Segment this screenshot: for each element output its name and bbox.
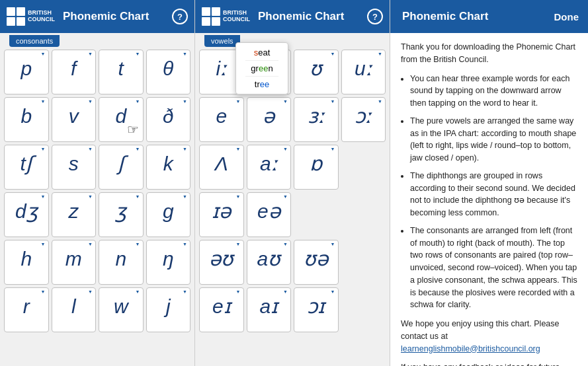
dropdown-arrow: ▼	[378, 52, 382, 56]
tooltip-word-tree[interactable]: tree	[245, 78, 278, 91]
dropdown-arrow: ▼	[136, 147, 140, 151]
logo-text-left: BRITISHCOUNCIL	[28, 10, 55, 23]
left-grid-content: consonants ▼p▼f▼t▼θ▼b▼v▼d☞▼ð▼tʃ▼s▼ʃ▼k▼dʒ…	[0, 33, 194, 366]
done-button[interactable]: Done	[554, 11, 579, 22]
consonant-cell-w-5-2[interactable]: ▼w	[99, 287, 144, 332]
diphthong-cell-au[interactable]: ▼ aʊ	[247, 240, 292, 285]
consonant-cell-f-0-1[interactable]: ▼f	[52, 50, 97, 94]
consonants-tab[interactable]: consonants	[9, 35, 60, 47]
diphthong-row2: ▼ əʊ ▼ aʊ ▼ ʊə	[199, 240, 386, 285]
consonant-cell-n-4-2[interactable]: ▼n	[99, 240, 144, 285]
diphthong-cell-ua[interactable]: ▼ ʊə	[294, 240, 339, 285]
tooltip-word-seat[interactable]: seat	[245, 46, 278, 59]
consonant-cell-z-3-1[interactable]: ▼z	[52, 192, 97, 237]
feedback-para: If you have any feedback or ideas for fu…	[401, 361, 577, 366]
dropdown-arrow: ▼	[283, 99, 288, 104]
consonant-cell-x-2-2[interactable]: ▼ʃ	[99, 145, 144, 190]
consonant-cell-dx-3-0[interactable]: ▼dʒ	[4, 192, 49, 237]
diphthong-cell-oi[interactable]: ▼ ɔɪ	[294, 287, 339, 332]
consonant-cell-k-2-3[interactable]: ▼k	[146, 145, 191, 190]
consonant-cell-d-1-2[interactable]: ▼d☞	[99, 97, 144, 142]
dropdown-arrow: ▼	[378, 99, 382, 104]
dropdown-arrow: ▼	[136, 52, 140, 56]
tooltip-word-green[interactable]: green	[245, 62, 278, 75]
logo-squares-left	[7, 7, 25, 26]
consonant-cell-v-1-1[interactable]: ▼v	[52, 97, 97, 142]
example-words-tooltip: seat green tree	[235, 42, 288, 94]
consonant-cell-p-0-0[interactable]: ▼p	[4, 50, 49, 94]
vowel-cell-rrr[interactable]: ▼ ɜː	[294, 97, 339, 142]
contact-para: We hope you enjoy using this chart. Plea…	[401, 318, 577, 355]
vowel-cell-aa[interactable]: ▼ aː	[247, 145, 292, 190]
consonant-cell-x-1-3[interactable]: ▼ð	[146, 97, 191, 142]
consonant-cell-m-4-1[interactable]: ▼m	[52, 240, 97, 285]
vowel-cell-uu[interactable]: ▼ uː	[341, 50, 386, 94]
vowel-cell-lambda[interactable]: ▼ Λ	[199, 145, 244, 190]
dropdown-arrow: ▼	[41, 147, 46, 151]
diphthong-cell-ea[interactable]: ▼ eə	[247, 192, 292, 237]
vowel-cell-o[interactable]: ▼ ɒ	[294, 145, 339, 190]
consonant-cell-g-3-3[interactable]: ▼g	[146, 192, 191, 237]
dropdown-arrow: ▼	[183, 194, 187, 199]
dropdown-arrow: ▼	[88, 99, 93, 104]
dropdown-arrow: ▼	[136, 194, 140, 199]
dropdown-arrow: ▼	[236, 289, 241, 294]
middle-panel-title: Phonemic Chart	[258, 10, 362, 23]
consonant-cell-r-5-0[interactable]: ▼r	[4, 287, 49, 332]
dropdown-arrow: ▼	[236, 147, 241, 151]
vowels-tab[interactable]: vowels	[204, 35, 240, 47]
consonant-cell-tx-2-0[interactable]: ▼tʃ	[4, 145, 49, 190]
middle-grid-content: vowels ▼ iː ▼ ɪ ▼ ʊ ▼ uː ▼ e	[195, 33, 390, 366]
dropdown-arrow: ▼	[283, 194, 288, 199]
dropdown-arrow: ▼	[183, 52, 187, 56]
middle-help-button[interactable]: ?	[367, 9, 383, 24]
dropdown-arrow: ▼	[88, 147, 93, 151]
dropdown-arrow: ▼	[283, 147, 288, 151]
diphthong-cell-ia[interactable]: ▼ ɪə	[199, 192, 244, 237]
dropdown-arrow: ▼	[236, 99, 241, 104]
dropdown-arrow: ▼	[331, 289, 335, 294]
left-logo: BRITISHCOUNCIL	[7, 7, 55, 26]
left-help-button[interactable]: ?	[172, 9, 188, 24]
consonant-cell-x-4-3[interactable]: ▼ŋ	[146, 240, 191, 285]
left-panel-title: Phonemic Chart	[63, 10, 167, 23]
dropdown-arrow: ▼	[283, 289, 288, 294]
consonant-cell-x-0-3[interactable]: ▼θ	[146, 50, 191, 94]
intro-text: Thank you for downloading the Phonemic C…	[401, 41, 577, 66]
dropdown-arrow: ▼	[283, 242, 288, 246]
email-link[interactable]: learnenglishmobile@britishcouncil.org	[401, 344, 540, 353]
dropdown-arrow: ▼	[136, 289, 140, 294]
vowel-cell-upsilon[interactable]: ▼ ʊ	[294, 50, 339, 94]
vowels-row2: ▼ e ▼ ə ▼ ɜː ▼ ɔː	[199, 97, 386, 142]
right-header: Phonemic Chart Done	[390, 0, 588, 33]
vowel-cell-e[interactable]: ▼ e	[199, 97, 244, 142]
diphthong-empty1	[294, 192, 339, 237]
right-panel-title: Phonemic Chart	[402, 10, 554, 23]
consonant-cell-t-0-2[interactable]: ▼t	[99, 50, 144, 94]
consonant-cell-j-5-3[interactable]: ▼j	[146, 287, 191, 332]
dropdown-arrow: ▼	[41, 194, 46, 199]
diphthong-empty3	[341, 240, 386, 285]
vowel-cell-empty	[341, 145, 386, 190]
diphthong-empty4	[341, 287, 386, 332]
dropdown-arrow: ▼	[236, 194, 241, 199]
bullet-1: You can hear three example words for eac…	[410, 73, 577, 110]
dropdown-arrow: ▼	[136, 242, 140, 246]
diphthong-cell-ou[interactable]: ▼ əʊ	[199, 240, 244, 285]
left-panel: BRITISHCOUNCIL Phonemic Chart ? consonan…	[0, 0, 195, 366]
vowel-cell-open-o[interactable]: ▼ ɔː	[341, 97, 386, 142]
middle-logo: BRITISHCOUNCIL	[202, 7, 250, 26]
diphthong-cell-ai[interactable]: ▼ aɪ	[247, 287, 292, 332]
diphthong-cell-ei[interactable]: ▼ eɪ	[199, 287, 244, 332]
consonant-cell-x-3-2[interactable]: ▼ʒ	[99, 192, 144, 237]
dropdown-arrow: ▼	[88, 194, 93, 199]
dropdown-arrow: ▼	[41, 99, 46, 104]
consonant-cell-s-2-1[interactable]: ▼s	[52, 145, 97, 190]
vowel-cell-schwa[interactable]: ▼ ə	[247, 97, 292, 142]
dropdown-arrow: ▼	[41, 242, 46, 246]
consonant-cell-l-5-1[interactable]: ▼l	[52, 287, 97, 332]
dropdown-arrow: ▼	[331, 242, 335, 246]
consonant-cell-b-1-0[interactable]: ▼b	[4, 97, 49, 142]
consonant-cell-h-4-0[interactable]: ▼h	[4, 240, 49, 285]
middle-panel: BRITISHCOUNCIL Phonemic Chart ? vowels ▼…	[195, 0, 390, 366]
